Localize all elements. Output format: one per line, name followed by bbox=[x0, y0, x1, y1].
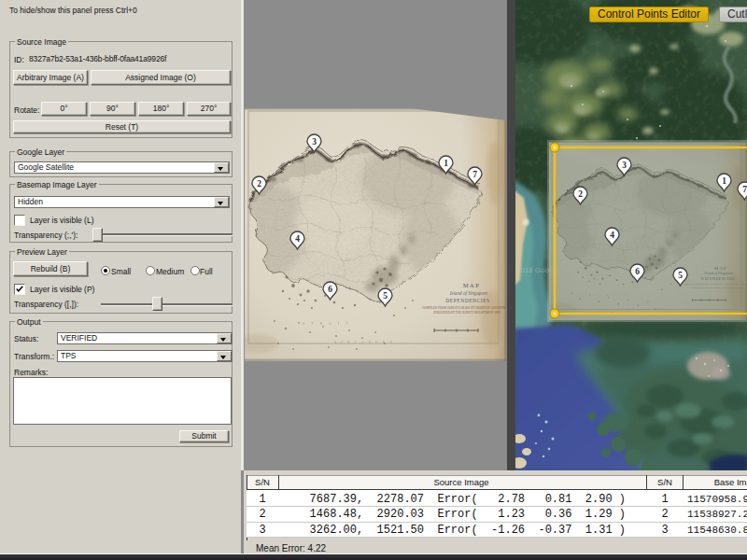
svg-text:3: 3 bbox=[622, 161, 627, 170]
svg-text:4: 4 bbox=[610, 231, 614, 240]
svg-text:4: 4 bbox=[295, 234, 300, 244]
svg-text:2: 2 bbox=[578, 189, 583, 199]
svg-text:COMPILED FROM SURVEYS MADE BY: COMPILED FROM SURVEYS MADE BY ORDER OF G… bbox=[422, 306, 506, 310]
svg-text:S I N G A P O R E: S I N G A P O R E bbox=[334, 340, 394, 344]
svg-text:7: 7 bbox=[472, 170, 477, 179]
svg-text:1: 1 bbox=[444, 159, 448, 168]
svg-text:S T R A I T: S T R A I T bbox=[303, 321, 350, 326]
svg-text:6: 6 bbox=[635, 267, 640, 276]
svg-text:PUBLISHED BY THE SURVEY DEPART: PUBLISHED BY THE SURVEY DEPARTMENT 1898 bbox=[433, 311, 500, 315]
svg-text:6: 6 bbox=[328, 285, 332, 294]
svg-text:DEPENDENCIES: DEPENDENCIES bbox=[445, 298, 489, 303]
svg-text:5: 5 bbox=[383, 291, 388, 301]
svg-text:Island of Singapore: Island of Singapore bbox=[449, 290, 488, 296]
svg-text:1: 1 bbox=[722, 176, 726, 186]
svg-text:7: 7 bbox=[742, 185, 747, 194]
svg-text:MAP: MAP bbox=[463, 282, 481, 288]
svg-text:3: 3 bbox=[312, 137, 317, 147]
svg-text:5: 5 bbox=[678, 271, 683, 280]
svg-text:2: 2 bbox=[257, 179, 261, 189]
